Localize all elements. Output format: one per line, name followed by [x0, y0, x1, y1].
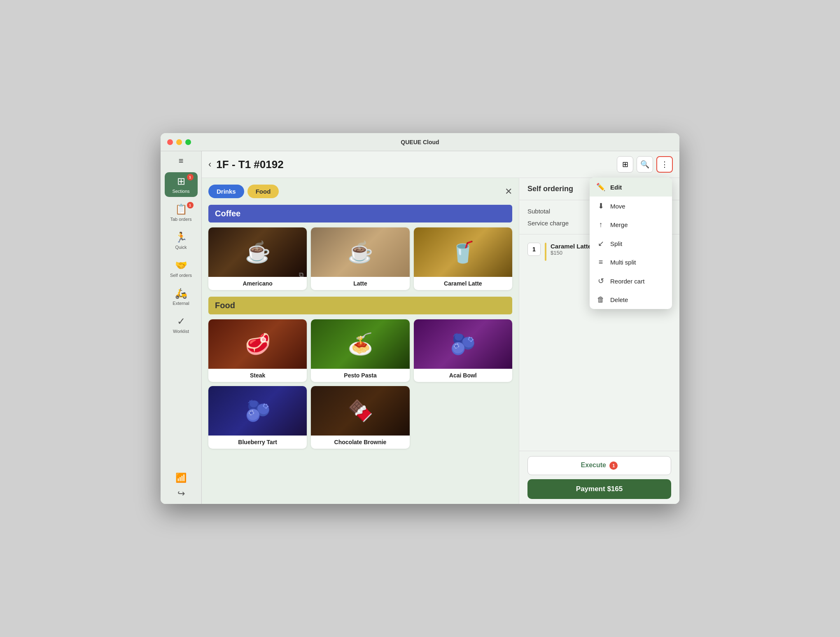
sidebar: ≡ ⊞ Sections 1 📋 Tab orders 1 🏃 Quick 🤝 …	[161, 151, 202, 504]
sidebar-label-tab-orders: Tab orders	[170, 217, 192, 222]
sidebar-item-quick[interactable]: 🏃 Quick	[165, 228, 198, 253]
filter-bar: Drinks Food ✕	[208, 185, 512, 198]
acai-bowl-image	[414, 319, 512, 369]
self-orders-icon: 🤝	[175, 260, 187, 271]
app-body: ≡ ⊞ Sections 1 📋 Tab orders 1 🏃 Quick 🤝 …	[161, 151, 679, 504]
item-steak[interactable]: Steak	[208, 319, 307, 382]
app-title: QUEUE Cloud	[401, 139, 439, 145]
dropdown-reorder-cart[interactable]: ↺ Reorder cart	[590, 272, 672, 290]
chocolate-brownie-name: Chocolate Brownie	[311, 436, 409, 449]
dropdown-merge-label: Merge	[610, 221, 628, 228]
minimize-button[interactable]	[176, 139, 182, 145]
maximize-button[interactable]	[185, 139, 191, 145]
search-icon-button[interactable]: 🔍	[637, 156, 653, 173]
app-window: QUEUE Cloud ≡ ⊞ Sections 1 📋 Tab orders …	[161, 133, 679, 504]
subtotal-label: Subtotal	[527, 208, 550, 215]
pesto-pasta-image	[311, 319, 409, 369]
item-americano[interactable]: ⧉ Americano	[208, 227, 307, 290]
reorder-icon: ↺	[596, 276, 605, 286]
wifi-icon: 📶	[175, 473, 187, 483]
item-acai-bowl[interactable]: Acai Bowl	[414, 319, 512, 382]
item-pesto-pasta[interactable]: Pesto Pasta	[311, 319, 409, 382]
sidebar-item-external[interactable]: 🛵 External	[165, 284, 198, 309]
section-header-food: Food	[208, 297, 512, 314]
page-header: ‹ 1F - T1 #0192 ⊞ 🔍 ⋮ ✏	[202, 151, 679, 178]
execute-button[interactable]: Execute 1	[527, 456, 671, 475]
item-chocolate-brownie[interactable]: Chocolate Brownie	[311, 386, 409, 449]
move-icon: ⬇	[596, 201, 605, 211]
copy-icon: ⧉	[299, 271, 303, 279]
service-charge-label: Service charge	[527, 220, 569, 227]
dropdown-multi-split-label: Multi split	[610, 259, 636, 266]
traffic-lights	[167, 139, 191, 145]
sidebar-item-sections[interactable]: ⊞ Sections 1	[165, 172, 198, 197]
payment-button[interactable]: Payment $165	[527, 479, 671, 499]
header-left: ‹ 1F - T1 #0192	[208, 158, 284, 171]
sidebar-item-self-orders[interactable]: 🤝 Self orders	[165, 256, 198, 281]
americano-image	[208, 227, 307, 277]
food-items-grid: Steak Pesto Pasta Acai Bowl Blueber	[208, 319, 512, 449]
coffee-items-grid: ⧉ Americano Latte Caramel Latte	[208, 227, 512, 290]
quick-icon: 🏃	[175, 232, 187, 243]
payment-label: Payment $165	[576, 485, 623, 493]
item-blueberry-tart[interactable]: Blueberry Tart	[208, 386, 307, 449]
search-icon: 🔍	[640, 160, 649, 169]
logout-icon[interactable]: ↪	[177, 488, 185, 499]
dropdown-merge[interactable]: ↑ Merge	[590, 215, 672, 234]
filter-close-button[interactable]: ✕	[505, 186, 512, 197]
item-latte[interactable]: Latte	[311, 227, 409, 290]
tab-orders-icon: 📋	[175, 204, 187, 215]
dropdown-delete[interactable]: 🗑 Delete	[590, 290, 672, 309]
item-caramel-latte[interactable]: Caramel Latte	[414, 227, 512, 290]
sidebar-item-tab-orders[interactable]: 📋 Tab orders 1	[165, 200, 198, 225]
more-options-button[interactable]: ⋮ ✏️ Edit ⬇ Move ↑	[656, 156, 673, 173]
section-coffee-label: Coffee	[215, 209, 240, 218]
blueberry-tart-name: Blueberry Tart	[208, 436, 307, 449]
order-title: Self ordering	[527, 185, 573, 193]
filter-drinks-button[interactable]: Drinks	[208, 185, 244, 198]
caramel-latte-name: Caramel Latte	[414, 277, 512, 290]
close-button[interactable]	[167, 139, 173, 145]
latte-image	[311, 227, 409, 277]
dropdown-edit[interactable]: ✏️ Edit	[590, 178, 672, 197]
pesto-pasta-name: Pesto Pasta	[311, 369, 409, 382]
americano-name: Americano	[208, 277, 307, 290]
edit-icon: ✏️	[596, 183, 605, 192]
sidebar-label-external: External	[173, 301, 189, 306]
steak-image	[208, 319, 307, 369]
titlebar: QUEUE Cloud	[161, 133, 679, 151]
dropdown-split[interactable]: ↙ Split	[590, 234, 672, 253]
dropdown-move[interactable]: ⬇ Move	[590, 197, 672, 215]
menu-panel: Drinks Food ✕ Coffee ⧉ Americano	[202, 178, 519, 504]
chocolate-brownie-image	[311, 386, 409, 436]
multi-split-icon: ≡	[596, 258, 605, 267]
section-header-coffee: Coffee	[208, 205, 512, 222]
blueberry-tart-image	[208, 386, 307, 436]
dropdown-delete-label: Delete	[610, 296, 628, 303]
sidebar-item-worklist[interactable]: ✓ Worklist	[165, 312, 198, 337]
sidebar-label-sections: Sections	[172, 189, 189, 194]
dropdown-reorder-label: Reorder cart	[610, 278, 644, 285]
sidebar-bottom: 📶 ↪	[175, 473, 187, 499]
table-icon-button[interactable]: ⊞	[617, 156, 633, 173]
dropdown-menu: ✏️ Edit ⬇ Move ↑ Merge	[590, 178, 672, 309]
back-button[interactable]: ‹	[208, 159, 211, 170]
caramel-latte-image	[414, 227, 512, 277]
hamburger-icon[interactable]: ≡	[179, 156, 184, 166]
item-quantity: 1	[527, 243, 541, 256]
acai-bowl-name: Acai Bowl	[414, 369, 512, 382]
dropdown-edit-label: Edit	[610, 184, 622, 191]
dropdown-split-label: Split	[610, 240, 622, 247]
execute-label: Execute	[581, 461, 606, 468]
filter-food-button[interactable]: Food	[247, 185, 279, 198]
dropdown-multi-split[interactable]: ≡ Multi split	[590, 253, 672, 272]
sidebar-label-quick: Quick	[175, 245, 187, 250]
delete-icon: 🗑	[596, 295, 605, 304]
more-icon: ⋮	[661, 160, 668, 169]
sections-icon: ⊞	[177, 176, 185, 187]
tab-orders-badge: 1	[187, 202, 194, 208]
worklist-icon: ✓	[177, 316, 185, 327]
merge-icon: ↑	[596, 220, 605, 229]
external-icon: 🛵	[175, 288, 187, 299]
sections-badge: 1	[187, 174, 194, 180]
